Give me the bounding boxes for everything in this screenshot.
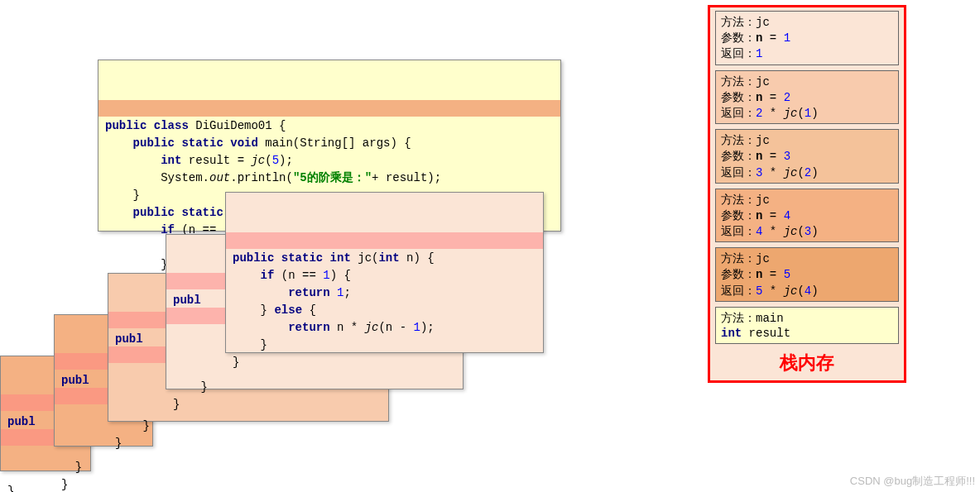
stack-title: 栈内存 [715, 349, 899, 380]
stack-frame-main: 方法：main int result [715, 307, 899, 344]
stack-frame-2: 方法：jc参数：n = 3返回：3 * jc(2) [715, 129, 899, 184]
watermark: CSDN @bug制造工程师!!! [850, 474, 975, 489]
recursion-frame-1: public static int jc(int n) { if (n == 1… [225, 192, 544, 353]
stack-frame-0: 方法：jc参数：n = 1返回：1 [715, 11, 899, 65]
stack-frame-1: 方法：jc参数：n = 2返回：2 * jc(1) [715, 70, 899, 125]
stack-memory: 方法：jc参数：n = 1返回：1方法：jc参数：n = 2返回：2 * jc(… [708, 5, 906, 383]
stack-frame-4: 方法：jc参数：n = 5返回：5 * jc(4) [715, 247, 899, 302]
stack-frame-3: 方法：jc参数：n = 4返回：4 * jc(3) [715, 189, 899, 243]
